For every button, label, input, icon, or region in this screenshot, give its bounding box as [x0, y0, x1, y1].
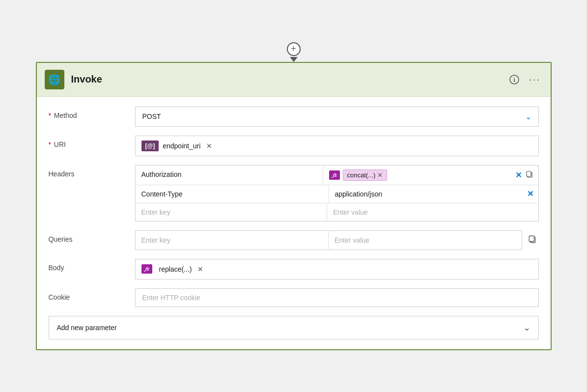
method-field-content: POST ⌄ [135, 107, 539, 127]
header-val-empty[interactable]: Enter value [327, 203, 519, 221]
body-field-row: Body 𝑓𝑥 replace(...) ✕ [49, 259, 539, 280]
auth-copy-button[interactable] [526, 170, 533, 180]
concat-tag: concat(...) ✕ [343, 169, 388, 181]
body-input[interactable]: 𝑓𝑥 replace(...) ✕ [135, 259, 539, 280]
queries-row: Enter key Enter value [136, 231, 522, 250]
cookie-field-content: Enter HTTP cookie [135, 288, 539, 307]
svg-rect-5 [529, 236, 534, 241]
queries-field-row: Queries Enter key Enter value [49, 230, 539, 250]
header-row-ct-inner: Content-Type application/json [136, 185, 522, 203]
body-field-content: 𝑓𝑥 replace(...) ✕ [135, 259, 539, 280]
header-row-empty: Enter key Enter value [136, 203, 538, 221]
body-label: Body [49, 259, 127, 272]
cookie-field-row: Cookie Enter HTTP cookie [49, 288, 539, 307]
uri-input[interactable]: [@] endpoint_uri ✕ [135, 136, 539, 156]
add-param-label: Add new parameter [57, 324, 117, 332]
header-actions: i ··· [506, 72, 543, 87]
at-badge: [@] [141, 140, 159, 151]
header-row-content-type: Content-Type application/json ✕ [136, 185, 538, 203]
auth-row-actions: ✕ [510, 166, 538, 185]
card-title: Invoke [71, 74, 506, 85]
concat-close-icon[interactable]: ✕ [377, 171, 383, 179]
ct-row-actions: ✕ [522, 185, 538, 203]
svg-text:i: i [513, 77, 515, 84]
invoke-card: 🌐 Invoke i ··· * Me [36, 62, 552, 350]
headers-label: Headers [49, 165, 127, 178]
card-icon: 🌐 [45, 70, 64, 89]
flow-step-wrapper: + 🌐 Invoke i ··· [36, 42, 552, 350]
query-val-cell[interactable]: Enter value [329, 231, 522, 250]
info-button[interactable]: i [506, 72, 522, 87]
header-val-authorization[interactable]: 𝑓𝑥 concat(...) ✕ [323, 166, 510, 185]
uri-tag-text: endpoint_uri [163, 142, 200, 150]
svg-rect-3 [527, 171, 531, 176]
uri-field-content: [@] endpoint_uri ✕ [135, 136, 539, 156]
more-options-button[interactable]: ··· [527, 72, 543, 87]
queries-wrapper: Enter key Enter value [135, 230, 539, 250]
header-row-empty-inner: Enter key Enter value [136, 203, 519, 221]
globe-icon: 🌐 [48, 74, 60, 85]
body-tag-close[interactable]: ✕ [197, 265, 203, 273]
method-select[interactable]: POST ⌄ [135, 107, 539, 127]
header-row-authorization: Authorization 𝑓𝑥 concat(...) ✕ [136, 166, 538, 185]
auth-delete-button[interactable]: ✕ [515, 170, 522, 180]
headers-wrapper: Authorization 𝑓𝑥 concat(...) ✕ [135, 165, 539, 222]
query-key-cell[interactable]: Enter key [136, 231, 329, 250]
header-row-auth-inner: Authorization 𝑓𝑥 concat(...) ✕ [136, 166, 510, 185]
body-tag-text: replace(...) [159, 265, 192, 273]
uri-field-row: * URI [@] endpoint_uri ✕ [49, 136, 539, 156]
add-param-row[interactable]: Add new parameter ⌄ [49, 316, 539, 339]
header-key-authorization[interactable]: Authorization [136, 166, 323, 185]
queries-label: Queries [49, 230, 127, 243]
uri-tag-close[interactable]: ✕ [206, 142, 212, 150]
header-key-content-type[interactable]: Content-Type [136, 185, 329, 203]
fx-badge-authorization: 𝑓𝑥 [329, 170, 340, 180]
method-field-row: * Method POST ⌄ [49, 107, 539, 127]
add-param-chevron: ⌄ [523, 322, 531, 333]
queries-copy-button[interactable] [528, 235, 537, 246]
arrow-down-icon [290, 57, 298, 62]
queries-actions [526, 230, 539, 250]
header-val-content-type[interactable]: application/json [329, 185, 522, 203]
card-body: * Method POST ⌄ * URI [@] [37, 97, 551, 349]
card-header: 🌐 Invoke i ··· [37, 63, 551, 97]
headers-field-content: Authorization 𝑓𝑥 concat(...) ✕ [135, 165, 539, 222]
add-step-area: + [287, 42, 301, 62]
uri-label: * URI [49, 136, 127, 148]
cookie-label: Cookie [49, 288, 127, 301]
chevron-down-icon: ⌄ [525, 112, 531, 121]
method-label: * Method [49, 107, 127, 119]
headers-table: Authorization 𝑓𝑥 concat(...) ✕ [135, 165, 539, 222]
ct-delete-button[interactable]: ✕ [527, 189, 533, 198]
headers-field-row: Headers Authorization [49, 165, 539, 222]
method-value: POST [142, 112, 161, 120]
cookie-input[interactable]: Enter HTTP cookie [135, 288, 539, 307]
header-key-empty[interactable]: Enter key [136, 203, 328, 221]
fx-badge-body: 𝑓𝑥 [141, 264, 152, 274]
queries-field-content: Enter key Enter value [135, 230, 539, 250]
empty-row-actions [519, 203, 538, 221]
queries-table: Enter key Enter value [135, 230, 522, 250]
add-step-button[interactable]: + [287, 42, 301, 56]
